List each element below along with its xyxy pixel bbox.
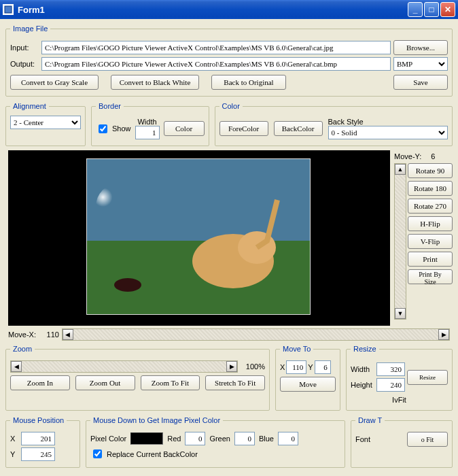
mouse-x-field[interactable] [21, 432, 55, 445]
resize-button[interactable]: Resize [407, 370, 448, 385]
blue-label: Blue [259, 435, 274, 443]
move-to-group: Move To X Y Move [275, 345, 340, 411]
blue-field[interactable] [278, 432, 298, 445]
border-width-label: Width [135, 118, 160, 126]
zoom-out-button[interactable]: Zoom Out [75, 375, 135, 390]
moveto-x-label: X [280, 363, 285, 371]
zoom-in-button[interactable]: Zoom In [10, 375, 70, 390]
print-by-size-button[interactable]: Print By Size [408, 269, 453, 284]
pixel-color-swatch [130, 432, 163, 445]
mouse-y-label: Y [10, 450, 18, 458]
stretch-to-fit-button[interactable]: Stretch To Fit [205, 375, 265, 390]
back-original-button[interactable]: Back to Original [211, 75, 286, 90]
move-y-scrollbar[interactable]: ▲ ▼ [394, 163, 406, 320]
image-file-legend: Image File [10, 24, 50, 33]
h-flip-button[interactable]: H-Flip [408, 216, 453, 231]
moveto-y-label: Y [308, 363, 313, 371]
pixel-color-label: Pixel Color [90, 435, 126, 443]
image-preview-area[interactable]: Gogowishs [8, 150, 390, 326]
move-y-value: 6 [431, 152, 435, 160]
image-frame: Gogowishs [86, 158, 311, 315]
zoom-left-icon[interactable]: ◀ [11, 361, 22, 372]
close-button[interactable]: ✕ [440, 2, 455, 17]
red-label: Red [167, 435, 181, 443]
backstyle-label: Back Style [328, 118, 448, 126]
convert-bw-button[interactable]: Convert to Black White [111, 75, 199, 90]
image-file-group: Image File Input: Browse... Output: BMP … [5, 24, 453, 97]
zoom-legend: Zoom [10, 345, 35, 353]
pixel-color-legend: Mouse Down to Get Image Pixel Color [90, 416, 223, 424]
preview-image [87, 159, 311, 315]
ivfit-label: IvFit [392, 396, 406, 404]
maximize-button[interactable]: □ [424, 2, 439, 17]
move-x-scrollbar[interactable]: ◀ ▶ [62, 328, 450, 341]
zoom-scrollbar[interactable]: ◀ ▶ [10, 360, 238, 373]
scroll-right-icon[interactable]: ▶ [438, 329, 449, 340]
rotate-90-button[interactable]: Rotate 90 [408, 163, 453, 178]
draw-t-group: Draw T Font o Fit [351, 416, 453, 468]
v-flip-button[interactable]: V-Flip [408, 234, 453, 249]
input-label: Input: [10, 44, 39, 52]
output-path-field[interactable] [41, 57, 391, 71]
browse-button[interactable]: Browse... [393, 40, 448, 55]
rotate-270-button[interactable]: Rotate 270 [408, 199, 453, 214]
format-select[interactable]: BMP [393, 57, 448, 71]
backcolor-button[interactable]: BackColor [274, 121, 323, 136]
mouse-y-field[interactable] [21, 447, 55, 461]
draw-t-legend: Draw T [355, 416, 385, 424]
minimize-button[interactable]: _ [408, 2, 423, 17]
border-width-field[interactable] [135, 126, 160, 139]
print-button[interactable]: Print [408, 252, 453, 267]
mouse-x-label: X [10, 435, 18, 443]
replace-backcolor-input[interactable] [93, 449, 102, 458]
show-border-label: Show [112, 124, 131, 133]
alignment-legend: Alignment [10, 102, 49, 110]
green-field[interactable] [234, 432, 255, 445]
resize-height-field[interactable] [376, 378, 405, 392]
backstyle-select[interactable]: 0 - Solid [328, 126, 448, 139]
convert-gray-button[interactable]: Convert to Gray Scale [10, 75, 99, 90]
ofit-button[interactable]: o Fit [407, 432, 448, 447]
svg-rect-0 [5, 6, 12, 13]
scroll-up-icon[interactable]: ▲ [395, 164, 406, 175]
rotate-180-button[interactable]: Rotate 180 [408, 181, 453, 196]
pixel-color-group: Mouse Down to Get Image Pixel Color Pixe… [86, 416, 345, 468]
move-x-value: 110 [39, 330, 59, 339]
input-path-field[interactable] [41, 41, 391, 54]
zoom-right-icon[interactable]: ▶ [226, 361, 237, 372]
zoom-to-fit-button[interactable]: Zoom To Fit [141, 375, 200, 390]
green-label: Green [209, 435, 230, 443]
resize-height-label: Height [351, 381, 375, 389]
svg-point-3 [96, 183, 143, 231]
show-border-checkbox[interactable]: Show [96, 122, 131, 135]
border-group: Border Show Width Color [91, 102, 209, 146]
resize-width-field[interactable] [376, 362, 405, 376]
red-field[interactable] [185, 432, 205, 445]
mouse-position-group: Mouse Position X Y [5, 416, 80, 468]
scroll-left-icon[interactable]: ◀ [63, 329, 73, 340]
forecolor-button[interactable]: ForeColor [219, 121, 268, 136]
move-x-label: Move-X: [8, 330, 36, 339]
move-button[interactable]: Move [280, 377, 336, 392]
save-button[interactable]: Save [393, 75, 448, 90]
svg-point-6 [114, 278, 141, 292]
border-legend: Border [96, 102, 124, 110]
font-label: Font [355, 435, 370, 443]
replace-backcolor-checkbox[interactable]: Replace Current BackColor [90, 447, 198, 460]
zoom-group: Zoom ◀ ▶ 100% Zoom In Zoom Out Zoom To F… [5, 345, 270, 411]
move-to-legend: Move To [280, 345, 313, 353]
color-legend: Color [219, 102, 243, 110]
window-title: Form1 [18, 5, 45, 15]
moveto-y-field[interactable] [315, 360, 331, 374]
color-group: Color ForeColor BackColor Back Style 0 -… [215, 102, 453, 146]
mouse-position-legend: Mouse Position [10, 416, 67, 424]
zoom-pct: 100% [241, 362, 265, 371]
replace-backcolor-label: Replace Current BackColor [107, 450, 198, 458]
show-border-input[interactable] [99, 124, 107, 133]
resize-legend: Resize [351, 345, 379, 353]
alignment-select[interactable]: 2 - Center [10, 116, 81, 129]
scroll-down-icon[interactable]: ▼ [395, 308, 406, 319]
app-icon [3, 4, 14, 15]
moveto-x-field[interactable] [286, 360, 306, 374]
border-color-button[interactable]: Color [164, 121, 205, 136]
